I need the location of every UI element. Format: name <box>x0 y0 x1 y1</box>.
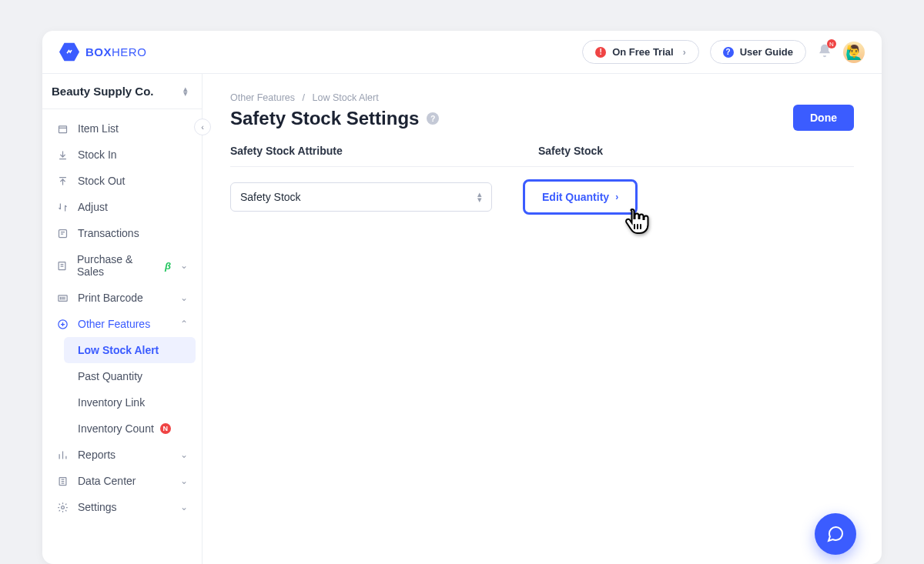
sidebar: Beauty Supply Co. ▴▾ Item List Stock In … <box>42 74 203 564</box>
collapse-sidebar-button[interactable]: ‹ <box>194 118 211 135</box>
sidebar-item-label: Transactions <box>78 227 139 239</box>
sidebar-item-purchase-sales[interactable]: Purchase & Sales β ⌄ <box>49 246 196 285</box>
chevron-down-icon: ⌄ <box>180 502 188 512</box>
sidebar-item-data-center[interactable]: Data Center ⌄ <box>49 468 196 494</box>
notification-button[interactable]: N <box>817 43 832 61</box>
sidebar-sub-inventory-count[interactable]: Inventory CountN <box>64 415 196 442</box>
trial-button[interactable]: ! On Free Trial › <box>582 40 698 64</box>
chevron-down-icon: ⌄ <box>180 449 188 460</box>
svg-point-6 <box>61 506 64 509</box>
sidebar-item-transactions[interactable]: Transactions <box>49 220 196 246</box>
breadcrumb-parent[interactable]: Other Features <box>230 92 295 103</box>
sidebar-item-label: Data Center <box>78 475 136 487</box>
logo-text: BOXHERO <box>85 45 146 58</box>
sidebar-item-item-list[interactable]: Item List <box>49 115 196 142</box>
sidebar-item-label: Settings <box>78 501 117 513</box>
sidebar-item-settings[interactable]: Settings ⌄ <box>49 494 196 520</box>
sidebar-item-label: Other Features <box>78 318 150 330</box>
sidebar-item-adjust[interactable]: Adjust <box>49 194 196 220</box>
done-button[interactable]: Done <box>793 105 854 131</box>
transactions-icon <box>56 228 69 239</box>
sidebar-sub-inventory-link[interactable]: Inventory Link <box>64 389 196 415</box>
sidebar-item-print-barcode[interactable]: Print Barcode ⌄ <box>49 285 196 311</box>
table-row: Safety Stock ▴▾ Edit Quantity › <box>230 179 854 215</box>
updown-icon: ▴▾ <box>183 87 188 95</box>
attribute-select[interactable]: Safety Stock ▴▾ <box>230 182 492 212</box>
box-icon <box>56 123 69 135</box>
chat-button[interactable] <box>815 513 856 555</box>
chevron-down-icon: ⌄ <box>180 260 188 271</box>
notification-badge: N <box>827 39 836 48</box>
user-guide-button[interactable]: ? User Guide <box>710 40 806 64</box>
col-attribute: Safety Stock Attribute <box>230 145 507 157</box>
edit-quantity-button[interactable]: Edit Quantity › <box>523 179 638 215</box>
topbar: BOXHERO ! On Free Trial › ? User Guide N… <box>42 31 882 74</box>
trial-label: On Free Trial <box>612 46 673 58</box>
sidebar-item-reports[interactable]: Reports ⌄ <box>49 442 196 468</box>
database-icon <box>56 476 69 487</box>
new-badge: N <box>160 423 171 434</box>
breadcrumb-sep: / <box>303 92 305 103</box>
updown-icon: ▴▾ <box>477 192 482 202</box>
breadcrumb: Other Features / Low Stock Alert <box>230 92 854 103</box>
app-window: BOXHERO ! On Free Trial › ? User Guide N… <box>42 31 882 564</box>
table-header: Safety Stock Attribute Safety Stock <box>230 145 854 167</box>
sidebar-item-other-features[interactable]: Other Features ⌃ <box>49 311 196 337</box>
sidebar-item-label: Purchase & Sales <box>77 253 152 278</box>
chart-icon <box>56 449 69 461</box>
sidebar-item-stock-in[interactable]: Stock In <box>49 142 196 168</box>
sub-nav: Low Stock Alert Past Quantity Inventory … <box>49 337 196 442</box>
barcode-icon <box>56 292 69 304</box>
sidebar-item-label: Reports <box>78 449 116 461</box>
chevron-down-icon: ⌄ <box>180 476 188 486</box>
breadcrumb-current[interactable]: Low Stock Alert <box>313 92 379 103</box>
logo[interactable]: BOXHERO <box>59 42 146 62</box>
beta-badge: β <box>165 260 171 272</box>
upload-icon <box>56 175 69 187</box>
edit-quantity-label: Edit Quantity <box>542 191 609 203</box>
main-content: Other Features / Low Stock Alert Safety … <box>203 74 882 564</box>
document-icon <box>56 260 68 272</box>
sidebar-item-stock-out[interactable]: Stock Out <box>49 168 196 194</box>
company-selector[interactable]: Beauty Supply Co. ▴▾ <box>42 74 202 109</box>
help-icon[interactable]: ? <box>427 112 439 125</box>
svg-rect-0 <box>59 125 66 132</box>
chevron-right-icon: › <box>615 192 618 202</box>
select-value: Safety Stock <box>240 191 301 203</box>
nav: Item List Stock In Stock Out Adjust Tran… <box>42 109 202 526</box>
gear-icon <box>56 502 69 513</box>
body: Beauty Supply Co. ▴▾ Item List Stock In … <box>42 74 882 564</box>
company-name: Beauty Supply Co. <box>52 85 154 98</box>
download-icon <box>56 149 69 161</box>
cursor-pointer-icon <box>621 205 652 235</box>
topbar-right: ! On Free Trial › ? User Guide N 🙋‍♂️ <box>582 40 865 64</box>
sidebar-sub-low-stock-alert[interactable]: Low Stock Alert <box>64 337 196 363</box>
col-safety-stock: Safety Stock <box>538 145 603 157</box>
adjust-icon <box>56 202 69 213</box>
help-icon: ? <box>723 47 734 58</box>
chevron-down-icon: ⌄ <box>180 292 188 303</box>
sidebar-item-label: Print Barcode <box>78 292 143 304</box>
chevron-right-icon: › <box>683 47 686 58</box>
chevron-up-icon: ⌃ <box>180 319 188 329</box>
sidebar-item-label: Stock Out <box>78 175 125 187</box>
logo-icon <box>59 42 79 62</box>
alert-icon: ! <box>595 47 606 58</box>
sidebar-sub-past-quantity[interactable]: Past Quantity <box>64 363 196 389</box>
plus-circle-icon <box>56 319 69 330</box>
sidebar-item-label: Stock In <box>78 149 117 161</box>
page-title: Safety Stock Settings ? <box>230 108 854 129</box>
guide-label: User Guide <box>740 46 793 58</box>
sidebar-item-label: Item List <box>78 122 119 135</box>
sidebar-item-label: Adjust <box>78 201 108 213</box>
avatar[interactable]: 🙋‍♂️ <box>843 42 865 63</box>
